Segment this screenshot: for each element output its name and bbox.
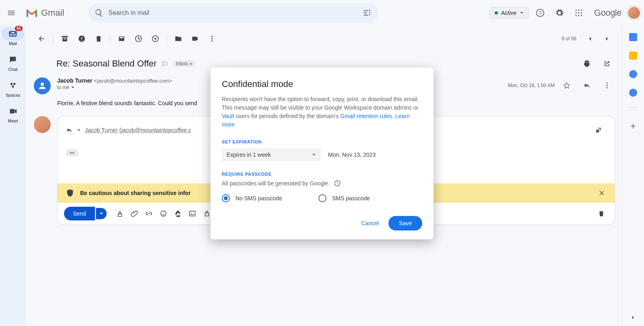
set-expiration-label: SET EXPIRATION: [222, 139, 422, 144]
vault-link[interactable]: Vault: [222, 113, 234, 119]
modal-scrim: Confidential mode Recipients won't have …: [0, 0, 644, 326]
svg-text:?: ?: [336, 182, 338, 185]
radio-no-sms[interactable]: No SMS passcode: [222, 194, 282, 202]
dialog-title: Confidential mode: [222, 79, 422, 89]
dialog-description: Recipients won't have the option to forw…: [222, 95, 422, 129]
retention-link[interactable]: Gmail retention rules: [340, 113, 392, 119]
radio-sms[interactable]: SMS passcode: [318, 194, 370, 202]
radio-icon: [318, 194, 326, 202]
expiration-value: Expires in 1 week: [227, 152, 271, 158]
expiration-date: Mon, Nov 13, 2023: [328, 152, 376, 158]
expiration-select[interactable]: Expires in 1 week: [222, 148, 321, 161]
cancel-button[interactable]: Cancel: [355, 216, 384, 230]
chevron-down-icon: [312, 153, 316, 157]
confidential-mode-dialog: Confidential mode Recipients won't have …: [211, 68, 433, 239]
radio-icon: [222, 194, 230, 202]
require-passcode-label: REQUIRE PASSCODE: [222, 172, 422, 176]
save-button[interactable]: Save: [388, 216, 422, 230]
info-icon[interactable]: ?: [334, 180, 341, 187]
passcode-note: All passcodes will be generated by Googl…: [222, 180, 330, 187]
